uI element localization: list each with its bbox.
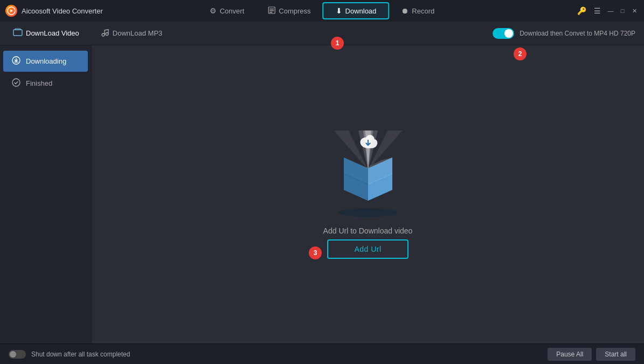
annotation-bubble-2: 2 bbox=[514, 47, 527, 60]
content-area: Add Url to Download video Add Url bbox=[92, 45, 644, 344]
tab-record[interactable]: ⏺ Record bbox=[389, 3, 446, 18]
finished-label: Finished bbox=[26, 79, 52, 87]
downloading-icon bbox=[12, 56, 20, 66]
start-all-button[interactable]: Start all bbox=[596, 348, 635, 361]
sidebar-item-downloading[interactable]: Downloading bbox=[3, 51, 88, 72]
convert-toggle-area: Download then Convet to MP4 HD 720P bbox=[493, 28, 635, 39]
download-illustration bbox=[325, 131, 411, 217]
svg-rect-6 bbox=[13, 30, 22, 36]
sub-tab-download-mp3[interactable]: DownLoad MP3 bbox=[96, 26, 167, 40]
svg-point-9 bbox=[106, 33, 108, 36]
add-url-button[interactable]: Add Url bbox=[327, 239, 408, 259]
svg-point-8 bbox=[102, 33, 105, 36]
download-mp3-icon bbox=[101, 28, 109, 38]
menu-icon[interactable]: ☰ bbox=[594, 6, 601, 15]
svg-point-11 bbox=[12, 79, 20, 86]
footer-actions: Pause All Start all bbox=[548, 348, 635, 361]
downloading-label: Downloading bbox=[26, 57, 66, 65]
tab-compress[interactable]: Compress bbox=[256, 3, 322, 19]
download-video-icon bbox=[13, 28, 23, 38]
svg-point-17 bbox=[338, 208, 398, 217]
convert-toggle-label: Download then Convet to MP4 HD 720P bbox=[520, 30, 635, 37]
pause-all-button[interactable]: Pause All bbox=[548, 348, 592, 361]
illustration bbox=[325, 131, 411, 217]
convert-icon: ⚙ bbox=[210, 6, 217, 15]
title-bar: Aicoosoft Video Converter ⚙ Convert Comp… bbox=[0, 0, 644, 22]
add-url-text: Add Url to Download video bbox=[323, 226, 413, 235]
compress-icon bbox=[268, 6, 275, 16]
convert-toggle[interactable] bbox=[493, 28, 514, 39]
svg-rect-3 bbox=[269, 9, 274, 10]
key-icon[interactable]: 🔑 bbox=[577, 6, 586, 15]
tab-download[interactable]: ⬇ Download bbox=[323, 2, 390, 19]
footer: Shut down after all task completed Pause… bbox=[0, 344, 644, 364]
maximize-button[interactable]: □ bbox=[618, 6, 627, 15]
svg-marker-1 bbox=[10, 9, 13, 12]
svg-rect-4 bbox=[269, 10, 274, 11]
sub-nav: DownLoad Video DownLoad MP3 Download the… bbox=[0, 22, 644, 45]
annotation-bubble-3: 3 bbox=[309, 246, 322, 259]
finished-icon bbox=[12, 78, 20, 88]
minimize-button[interactable]: — bbox=[606, 6, 615, 15]
sidebar-item-finished[interactable]: Finished bbox=[3, 73, 88, 94]
annotation-bubble-1: 1 bbox=[331, 37, 344, 50]
app-logo bbox=[5, 5, 17, 17]
tab-convert[interactable]: ⚙ Convert bbox=[198, 3, 257, 18]
shutdown-text: Shut down after all task completed bbox=[31, 351, 130, 358]
nav-tabs: ⚙ Convert Compress ⬇ Download ⏺ Record bbox=[198, 2, 447, 19]
record-icon: ⏺ bbox=[401, 6, 408, 15]
sub-tab-download-video[interactable]: DownLoad Video bbox=[9, 26, 84, 40]
shutdown-toggle[interactable] bbox=[9, 350, 26, 359]
download-nav-icon: ⬇ bbox=[336, 6, 342, 15]
main-layout: Downloading Finished bbox=[0, 45, 644, 344]
svg-rect-5 bbox=[269, 12, 272, 13]
sidebar: Downloading Finished bbox=[0, 45, 92, 344]
window-controls: 🔑 ☰ — □ ✕ bbox=[577, 6, 639, 15]
close-button[interactable]: ✕ bbox=[630, 6, 639, 15]
